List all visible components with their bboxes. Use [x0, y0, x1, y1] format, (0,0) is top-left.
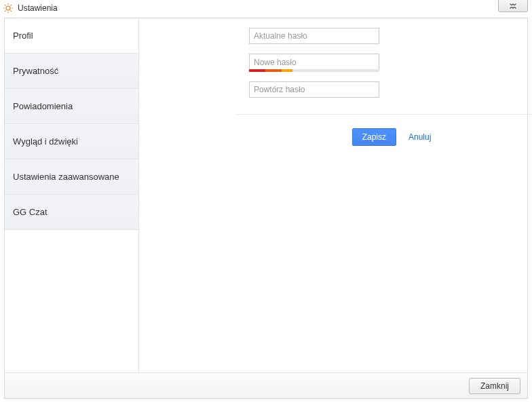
sidebar: Profil Prywatność Powiadomienia Wygląd i…	[5, 18, 139, 372]
placeholder-text: Powtórz hasło	[254, 85, 305, 94]
svg-point-0	[6, 6, 10, 10]
new-password-field[interactable]: Nowe hasło	[249, 54, 379, 70]
close-button[interactable]: Zamknij	[469, 378, 520, 394]
window-close-button[interactable]	[498, 0, 528, 12]
strength-segment	[249, 69, 265, 72]
footer: Zamknij	[5, 372, 527, 398]
placeholder-text: Aktualne hasło	[254, 31, 307, 41]
main-frame: Profil Prywatność Powiadomienia Wygląd i…	[4, 18, 528, 399]
sidebar-item-wyglad[interactable]: Wygląd i dźwięki	[5, 124, 138, 159]
sidebar-item-prywatnosc[interactable]: Prywatność	[5, 54, 138, 89]
titlebar: Ustawienia	[0, 0, 532, 16]
content-panel: Aktualne hasło Nowe hasło Powtórz hasło …	[139, 18, 527, 372]
sidebar-item-label: Powiadomienia	[13, 101, 73, 111]
sidebar-item-label: Profil	[13, 31, 33, 41]
divider	[235, 114, 532, 115]
sidebar-item-profil[interactable]: Profil	[5, 18, 138, 54]
sidebar-item-label: Wygląd i dźwięki	[13, 136, 78, 147]
password-form: Aktualne hasło Nowe hasło Powtórz hasło …	[249, 28, 473, 146]
cancel-link[interactable]: Anuluj	[408, 132, 431, 142]
strength-segment	[265, 69, 282, 72]
body: Profil Prywatność Powiadomienia Wygląd i…	[5, 18, 527, 372]
password-strength-meter	[249, 69, 379, 72]
sidebar-item-powiadomienia[interactable]: Powiadomienia	[5, 89, 138, 124]
current-password-field[interactable]: Aktualne hasło	[249, 28, 379, 44]
sidebar-item-label: Prywatność	[13, 66, 58, 76]
placeholder-text: Nowe hasło	[254, 58, 297, 67]
strength-segment	[282, 69, 292, 72]
repeat-password-field[interactable]: Powtórz hasło	[249, 81, 379, 98]
settings-window: Ustawienia Profil Prywatność Powiadomien…	[0, 0, 532, 403]
sidebar-item-label: GG Czat	[13, 207, 48, 217]
save-button[interactable]: Zapisz	[352, 128, 396, 146]
gear-icon	[3, 3, 14, 14]
sidebar-item-label: Ustawienia zaawansowane	[13, 172, 119, 182]
sidebar-item-zaawansowane[interactable]: Ustawienia zaawansowane	[5, 159, 138, 195]
sidebar-item-ggczat[interactable]: GG Czat	[5, 195, 138, 230]
form-actions: Zapisz Anuluj	[235, 128, 532, 146]
window-title: Ustawienia	[18, 3, 58, 13]
